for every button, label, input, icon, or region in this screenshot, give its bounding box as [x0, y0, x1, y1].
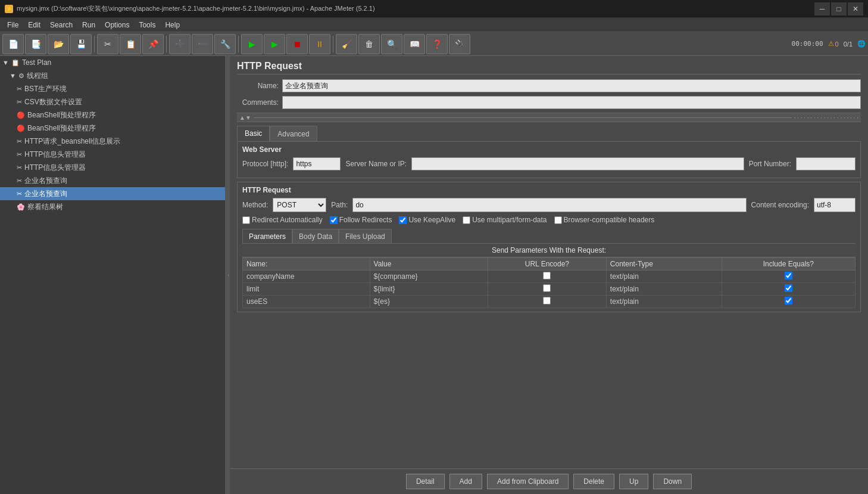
detail-button[interactable]: Detail: [406, 474, 445, 489]
server-row: Protocol [http]: Server Name or IP: Port…: [242, 157, 855, 170]
follow-redirects-checkbox[interactable]: [330, 216, 338, 224]
param-urlencode-cell[interactable]: [488, 271, 606, 283]
toolbar-clear[interactable]: 🧹: [336, 34, 357, 54]
menu-file[interactable]: File: [2, 18, 23, 32]
toolbar-open[interactable]: 📂: [48, 34, 69, 54]
menu-tools[interactable]: Tools: [134, 18, 160, 32]
web-server-section: Web Server Protocol [http]: Server Name …: [237, 141, 861, 178]
multipart-checkbox[interactable]: [463, 216, 470, 224]
toolbar-cut[interactable]: ✂: [97, 34, 118, 54]
toolbar-question[interactable]: ❓: [426, 34, 448, 54]
company2-icon: ✂: [17, 190, 22, 198]
menu-help[interactable]: Help: [160, 18, 185, 32]
param-contenttype-cell: text/plain: [606, 283, 722, 296]
tree-item-testplan[interactable]: ▼ 📋 Test Plan: [0, 56, 225, 69]
toolbar-shutdown[interactable]: ⏸: [309, 34, 330, 54]
comments-input[interactable]: [282, 96, 861, 109]
menu-edit[interactable]: Edit: [23, 18, 45, 32]
method-select[interactable]: POST GET PUT DELETE: [273, 198, 326, 212]
menu-search[interactable]: Search: [45, 18, 77, 32]
minimize-button[interactable]: ─: [814, 2, 830, 15]
tree-item-company-query1[interactable]: ✂ 企业名预查询: [0, 174, 225, 187]
toolbar-templates[interactable]: 📑: [25, 34, 46, 54]
tree-item-label: CSV数据文件设置: [24, 97, 82, 107]
follow-redirects-check[interactable]: Follow Redirects: [330, 216, 392, 224]
keepalive-check[interactable]: Use KeepAlive: [399, 216, 455, 224]
toolbar-clear-all[interactable]: 🗑: [358, 34, 380, 54]
toolbar-add[interactable]: ➕: [169, 34, 191, 54]
tree-item-threadgroup[interactable]: ▼ ⚙ 线程组: [0, 69, 225, 82]
toolbar-copy[interactable]: 📋: [120, 34, 141, 54]
tab-body-data[interactable]: Body Data: [292, 229, 339, 243]
close-button[interactable]: ✕: [848, 2, 863, 15]
port-input[interactable]: [796, 157, 855, 170]
encoding-input[interactable]: [814, 198, 855, 212]
url-encode-checkbox[interactable]: [543, 297, 551, 305]
param-includeequals-cell[interactable]: [722, 271, 855, 283]
tree-item-http-header1[interactable]: ✂ HTTP信息头管理器: [0, 148, 225, 161]
redirect-auto-checkbox[interactable]: [242, 216, 250, 224]
collapse-bar[interactable]: ▲▼ · · · · · · · · · · · · · · · · · · ·…: [237, 113, 861, 122]
toolbar-stop[interactable]: ⏹: [286, 34, 308, 54]
tree-item-view-results[interactable]: 🌸 察看结果树: [0, 200, 225, 213]
tab-parameters[interactable]: Parameters: [242, 229, 292, 243]
tree-item-http-header2[interactable]: ✂ HTTP信息头管理器: [0, 161, 225, 174]
param-value-cell: ${limit}: [370, 283, 488, 296]
down-button[interactable]: Down: [653, 474, 692, 489]
menu-run[interactable]: Run: [77, 18, 100, 32]
param-includeequals-cell[interactable]: [722, 296, 855, 308]
protocol-input[interactable]: [293, 157, 341, 170]
include-equals-checkbox[interactable]: [785, 284, 792, 292]
tree-item-beanshell2[interactable]: 🔴 BeanShell预处理程序: [0, 122, 225, 135]
toolbar-help[interactable]: 📖: [404, 34, 425, 54]
name-input[interactable]: [282, 79, 861, 92]
toolbar-new[interactable]: 📄: [2, 34, 24, 54]
multipart-check[interactable]: Use multipart/form-data: [463, 216, 547, 224]
server-name-input[interactable]: [411, 157, 744, 170]
toolbar-remote[interactable]: 🔌: [449, 34, 470, 54]
comments-label: Comments:: [237, 98, 279, 107]
tree-item-bst[interactable]: ✂ BST生产环境: [0, 82, 225, 95]
param-urlencode-cell[interactable]: [488, 283, 606, 296]
up-button[interactable]: Up: [619, 474, 648, 489]
tab-files-upload[interactable]: Files Upload: [339, 229, 392, 243]
tab-basic[interactable]: Basic: [237, 126, 270, 141]
toolbar-search[interactable]: 🔍: [381, 34, 402, 54]
include-equals-checkbox[interactable]: [785, 272, 792, 279]
url-encode-checkbox[interactable]: [543, 272, 551, 279]
redirect-auto-check[interactable]: Redirect Automatically: [242, 216, 323, 224]
beanshell2-icon: 🔴: [17, 125, 25, 132]
add-button[interactable]: Add: [449, 474, 482, 489]
toolbar-settings[interactable]: 🔧: [214, 34, 236, 54]
tree-item-csv[interactable]: ✂ CSV数据文件设置: [0, 95, 225, 108]
toolbar-remove[interactable]: ➖: [192, 34, 213, 54]
toolbar-save[interactable]: 💾: [70, 34, 92, 54]
menu-options[interactable]: Options: [100, 18, 134, 32]
table-row: limit${limit}text/plain: [243, 283, 855, 296]
browser-headers-check[interactable]: Browser-compatible headers: [554, 216, 655, 224]
tree-item-beanshell1[interactable]: 🔴 BeanShell预处理程序: [0, 108, 225, 122]
toolbar-start-no-pause[interactable]: ▶: [264, 34, 285, 54]
delete-button[interactable]: Delete: [573, 474, 614, 489]
testplan-type-icon: 📋: [11, 59, 20, 67]
window-controls: ─ □ ✕: [814, 2, 863, 15]
keepalive-checkbox[interactable]: [399, 216, 407, 224]
follow-redirects-label: Follow Redirects: [339, 216, 392, 224]
param-urlencode-cell[interactable]: [488, 296, 606, 308]
param-includeequals-cell[interactable]: [722, 283, 855, 296]
maximize-button[interactable]: □: [831, 2, 847, 15]
run-ratio: 0/1: [844, 41, 853, 48]
path-input[interactable]: [352, 198, 746, 212]
browser-headers-checkbox[interactable]: [554, 216, 562, 224]
toolbar-paste[interactable]: 📌: [142, 34, 164, 54]
params-header: Send Parameters With the Request:: [242, 244, 855, 257]
tab-advanced[interactable]: Advanced: [270, 126, 317, 141]
col-value: Value: [370, 258, 488, 271]
toolbar-start[interactable]: ▶: [241, 34, 263, 54]
collapse-arrows: ▲▼: [239, 114, 251, 121]
tree-item-company-query2[interactable]: ✂ 企业名预查询: [0, 187, 225, 200]
tree-item-http-beanshell[interactable]: ✂ HTTP请求_beanshell信息展示: [0, 135, 225, 148]
add-clipboard-button[interactable]: Add from Clipboard: [487, 474, 569, 489]
url-encode-checkbox[interactable]: [543, 284, 551, 292]
include-equals-checkbox[interactable]: [785, 297, 792, 305]
